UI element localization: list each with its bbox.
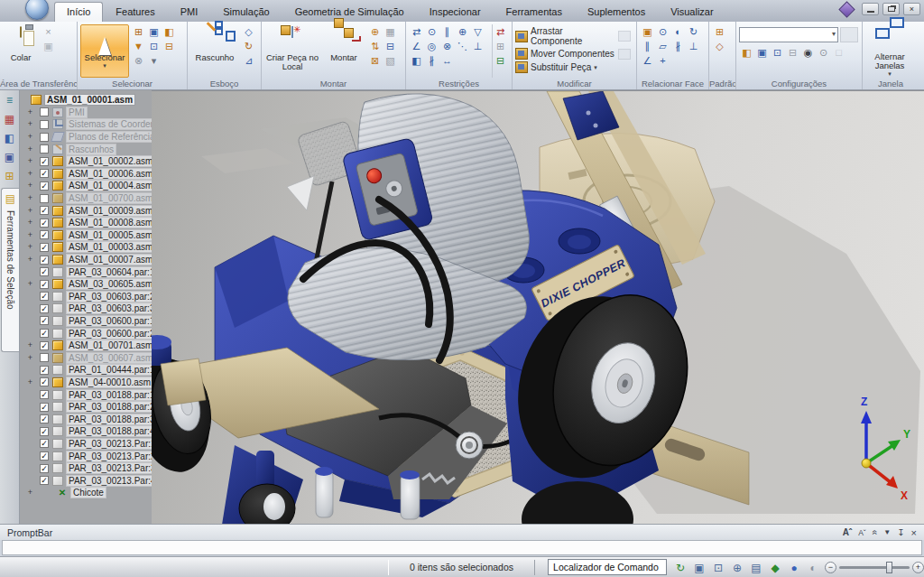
select-component-icon[interactable]: ⊡ [146, 39, 162, 53]
tree-item[interactable]: ✓PAR_03_00600.par:1 [20, 315, 152, 328]
cam-icon[interactable]: ⊗ [439, 39, 455, 53]
prompt-input[interactable] [2, 540, 922, 555]
visibility-checkbox[interactable]: ✓ [40, 267, 49, 276]
tree-item[interactable]: ✓PAR_03_00213.Par:4 [20, 474, 152, 487]
tree-item[interactable]: ✓PAR_03_00213.Par:3 [20, 462, 152, 475]
visibility-checkbox[interactable]: ✓ [40, 439, 49, 448]
tree-item[interactable]: ✓PAR_03_00188.par:1 [20, 388, 152, 401]
tree-item[interactable]: ✓PAR_03_00604.par:1 [20, 265, 152, 278]
assemble-button[interactable]: Montar [322, 24, 365, 78]
tree-item[interactable]: +Rascunhos [20, 143, 152, 155]
visibility-checkbox[interactable]: ✓ [40, 316, 49, 325]
tree-item[interactable]: ✓PAR_03_00188.par:2 [20, 401, 152, 414]
expand-icon[interactable]: + [26, 256, 34, 264]
visibility-checkbox[interactable] [40, 133, 49, 142]
tree-item[interactable]: ✓PAR_03_00603.par:2 [20, 291, 152, 303]
config-window-icon[interactable]: ▣ [754, 45, 770, 60]
symmetric-icon[interactable]: ⇄ [493, 24, 508, 39]
shaded-view-icon[interactable]: ◆ [767, 560, 783, 575]
bolt-icon[interactable]: ⇅ [367, 39, 383, 53]
expand-icon[interactable]: + [26, 170, 34, 178]
tab-simulacao[interactable]: Simulação [210, 2, 282, 22]
tree-item[interactable]: ✓PAR_01_00444.par:1 [20, 364, 152, 377]
tree-item[interactable]: +✓ASM_01_00005.asm:1 [20, 229, 152, 242]
pan-icon[interactable]: ▤ [748, 560, 764, 575]
connect-icon[interactable]: ▽ [470, 24, 485, 39]
expand-icon[interactable]: + [26, 194, 34, 202]
angle-icon[interactable]: ∠ [409, 39, 424, 53]
visibility-checkbox[interactable]: ✓ [40, 464, 49, 473]
command-locator-input[interactable]: Localizador de Comando [548, 559, 667, 575]
ground-icon[interactable]: ⊟ [493, 53, 508, 68]
zoom-icon[interactable]: ⊕ [729, 560, 745, 575]
duplicate-icon[interactable]: ▦ [383, 24, 398, 39]
tree-item[interactable]: +✓ASM_01_00003.asm:1 [20, 241, 152, 254]
tree-item[interactable]: +✓ASM_01_00006.asm:1 [20, 168, 152, 181]
rigid-set-icon[interactable]: ⊞ [493, 39, 508, 53]
select-options-icon[interactable]: ▾ [146, 53, 162, 68]
menu-dropdown-icon[interactable]: ▼ [883, 528, 891, 536]
visibility-checkbox[interactable]: ✓ [40, 256, 49, 265]
concentric-icon[interactable]: ⊙ [655, 24, 670, 39]
help-icon[interactable] [838, 1, 855, 17]
expand-icon[interactable]: + [26, 341, 34, 349]
expand-icon[interactable]: + [26, 354, 34, 362]
visibility-checkbox[interactable]: ✓ [40, 181, 49, 191]
gear-icon[interactable]: ⊥ [470, 39, 485, 53]
expand-icon[interactable]: + [26, 108, 34, 116]
expand-icon[interactable]: + [26, 207, 34, 215]
tangent-icon[interactable]: ◎ [424, 39, 439, 53]
config-edit-icon[interactable]: ⊡ [770, 45, 785, 60]
visibility-checkbox[interactable] [40, 353, 49, 362]
update-view-icon[interactable]: ↻ [672, 560, 688, 575]
planar-align-icon[interactable]: ⊙ [424, 24, 439, 39]
path-icon[interactable]: ⋱ [455, 39, 470, 53]
parallel-face-icon[interactable]: ∥ [640, 39, 655, 53]
sidebar-tab-selection-tools[interactable]: ▤ Ferramentas de Seleção [1, 188, 19, 352]
visibility-checkbox[interactable]: ✓ [40, 157, 49, 166]
visibility-checkbox[interactable] [40, 144, 49, 154]
symmetry-icon[interactable]: ◐ [670, 24, 686, 39]
visibility-checkbox[interactable]: ✓ [40, 451, 49, 461]
paste-button[interactable]: Colar [3, 24, 39, 78]
tab-ferramentas[interactable]: Ferramentas [494, 2, 575, 22]
application-button[interactable] [25, 0, 49, 20]
config-copy-icon[interactable]: ⊟ [785, 45, 800, 60]
pin-icon[interactable]: ↧ [897, 527, 904, 537]
config-key-icon[interactable]: ⊙ [816, 45, 831, 60]
drop-icon[interactable]: ▧ [383, 53, 398, 68]
replace-part-button[interactable]: Substituir Peça ▾ [515, 61, 631, 73]
expand-icon[interactable]: + [26, 489, 34, 497]
perspective-icon[interactable]: ◐ [805, 560, 821, 575]
sketch-view-icon[interactable]: ◇ [241, 24, 256, 39]
configuration-combobox[interactable] [739, 27, 838, 42]
visibility-checkbox[interactable] [40, 120, 49, 129]
coplanar-icon[interactable]: ▱ [655, 39, 670, 53]
select-filter-icon[interactable]: ▼ [131, 39, 146, 53]
visibility-checkbox[interactable]: ✓ [40, 403, 49, 412]
close-button[interactable]: × [903, 3, 920, 15]
tree-item[interactable]: +✓ASM_01_00007.asm:1 [20, 254, 152, 266]
visibility-checkbox[interactable]: ✓ [40, 292, 49, 301]
zoom-slider-track[interactable] [839, 566, 910, 569]
tree-item[interactable]: +✓ASM_03_00605.asm:1 [20, 278, 152, 291]
visibility-checkbox[interactable]: ✓ [40, 476, 49, 485]
expand-icon[interactable]: + [26, 145, 34, 154]
select-box-icon[interactable]: ⊞ [131, 24, 146, 39]
expand-icon[interactable]: + [26, 280, 34, 288]
visibility-checkbox[interactable]: ✓ [40, 390, 49, 399]
3d-model-mower[interactable]: DIXIE CHOPPER [152, 91, 924, 525]
pattern-part-icon[interactable]: ⊠ [367, 53, 383, 68]
graphics-viewport[interactable]: DIXIE CHOPPER [152, 90, 924, 524]
tree-item[interactable]: ✓PAR_03_00213.Par:2 [20, 450, 152, 462]
visibility-checkbox[interactable]: ✓ [40, 243, 49, 252]
tree-item[interactable]: ✓PAR_03_00188.par:4 [20, 425, 152, 438]
expand-icon[interactable]: + [26, 120, 34, 128]
expand-icon[interactable]: + [26, 157, 34, 165]
select-frame-icon[interactable]: ⊟ [162, 39, 177, 53]
tree-item[interactable]: +✓ASM_01_00701.asm:1 [20, 340, 152, 352]
tab-visualizar[interactable]: Visualizar [658, 2, 726, 22]
visibility-checkbox[interactable]: ✓ [40, 366, 49, 375]
config-empty-icon[interactable]: □ [831, 45, 846, 60]
insert-icon[interactable]: ⊕ [455, 24, 470, 39]
